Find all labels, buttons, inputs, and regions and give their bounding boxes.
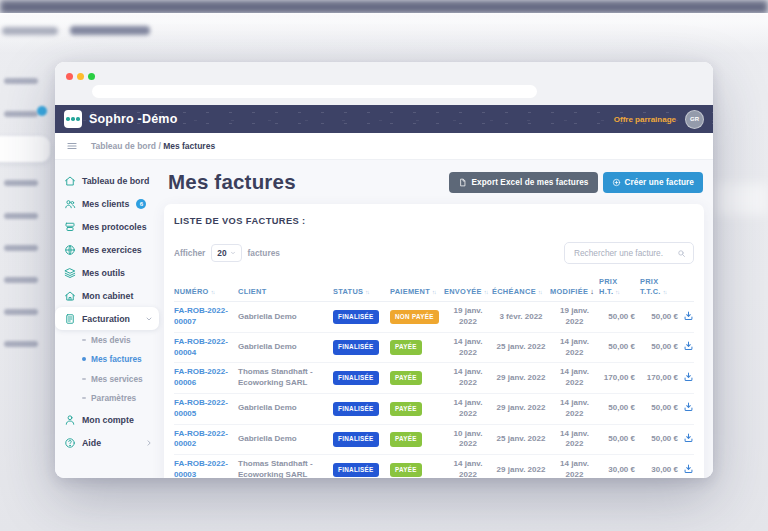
download-invoice-button[interactable] bbox=[683, 310, 694, 325]
document-icon bbox=[458, 178, 467, 187]
sort-icon[interactable]: ↑↓ bbox=[663, 289, 667, 295]
column-header-client[interactable]: CLIENT bbox=[238, 287, 333, 297]
sidebar-item-label: Mes protocoles bbox=[82, 222, 147, 232]
hamburger-menu-icon[interactable] bbox=[66, 140, 78, 152]
payment-badge: PAYÉE bbox=[390, 402, 422, 417]
download-invoice-button[interactable] bbox=[683, 340, 694, 355]
background-blurred-menu-item bbox=[4, 111, 38, 117]
background-blurred-breadcrumb bbox=[2, 27, 58, 35]
background-blurred-menu-item bbox=[4, 78, 38, 84]
sidebar-item-aide[interactable]: Aide bbox=[55, 431, 159, 454]
status-cell: FINALISÉE bbox=[333, 432, 390, 447]
due-date-cell: 29 janv. 2022 bbox=[492, 373, 550, 384]
download-invoice-button[interactable] bbox=[683, 401, 694, 416]
sidebar-item-mes-protocoles[interactable]: Mes protocoles bbox=[55, 215, 159, 238]
invoice-number-link[interactable]: FA-ROB-2022-00005 bbox=[174, 398, 238, 420]
invoice-number-link[interactable]: FA-ROB-2022-00006 bbox=[174, 367, 238, 389]
status-badge: FINALISÉE bbox=[333, 402, 379, 417]
status-cell: FINALISÉE bbox=[333, 371, 390, 386]
price-ttc-cell: 50,00 € bbox=[640, 434, 683, 445]
column-header-envoyee[interactable]: ENVOYÉE↑↓ bbox=[444, 287, 492, 297]
background-blurred-menu-item bbox=[4, 180, 38, 186]
background-blurred-band bbox=[0, 13, 768, 53]
column-header-numero[interactable]: NUMÉRO↑↓ bbox=[174, 287, 238, 297]
modified-date-cell: 14 janv. 2022 bbox=[550, 398, 599, 420]
sidebar-subitem-parametres[interactable]: Paramètres bbox=[55, 389, 159, 409]
bullet-icon bbox=[82, 339, 86, 341]
status-cell: FINALISÉE bbox=[333, 402, 390, 417]
sidebar-item-mes-exercices[interactable]: Mes exercices bbox=[55, 238, 159, 261]
sort-icon[interactable]: ↑↓ bbox=[432, 289, 436, 295]
search-input[interactable] bbox=[572, 247, 677, 259]
download-invoice-button[interactable] bbox=[683, 371, 694, 386]
sort-icon[interactable]: ↑↓ bbox=[365, 289, 369, 295]
price-ht-cell: 50,00 € bbox=[599, 403, 640, 414]
sort-icon[interactable]: ↑↓ bbox=[538, 289, 542, 295]
sort-icon[interactable]: ↑↓ bbox=[615, 289, 619, 295]
column-header-paiement[interactable]: PAIEMENT↑↓ bbox=[390, 287, 444, 297]
price-ht-cell: 50,00 € bbox=[599, 434, 640, 445]
layers-icon bbox=[64, 267, 76, 279]
column-label: ÉCHÉANCE bbox=[492, 287, 536, 296]
search-icon[interactable] bbox=[677, 249, 686, 258]
download-invoice-button[interactable] bbox=[683, 463, 694, 478]
create-invoice-button[interactable]: Créer une facture bbox=[603, 172, 704, 193]
download-icon bbox=[683, 371, 694, 382]
column-header-prix-h-t[interactable]: PRIX H.T.↑↓ bbox=[599, 277, 640, 296]
download-icon bbox=[683, 310, 694, 321]
download-icon bbox=[683, 340, 694, 351]
payment-cell: PAYÉE bbox=[390, 463, 444, 478]
modified-date-cell: 14 janv. 2022 bbox=[550, 429, 599, 451]
invoice-number-link[interactable]: FA-ROB-2022-00004 bbox=[174, 337, 238, 359]
minimize-window-button[interactable] bbox=[77, 73, 84, 80]
background-blurred-menu-item bbox=[4, 213, 38, 219]
payment-cell: PAYÉE bbox=[390, 432, 444, 447]
sidebar-item-mon-compte[interactable]: Mon compte bbox=[55, 408, 159, 431]
page-size-select[interactable]: 20 bbox=[211, 244, 241, 262]
maximize-window-button[interactable] bbox=[88, 73, 95, 80]
column-header-echeance[interactable]: ÉCHÉANCE↑↓ bbox=[492, 287, 550, 297]
plus-circle-icon bbox=[612, 178, 621, 187]
sidebar-item-mes-clients[interactable]: Mes clients6 bbox=[55, 192, 159, 215]
table-row: FA-ROB-2022-00002 Gabriella Demo FINALIS… bbox=[174, 425, 694, 456]
invoices-table: NUMÉRO↑↓CLIENTSTATUS↑↓PAIEMENT↑↓ENVOYÉE↑… bbox=[174, 277, 694, 478]
sidebar-subitem-mes-factures[interactable]: Mes factures bbox=[55, 350, 159, 370]
address-bar[interactable] bbox=[92, 85, 537, 98]
column-header-status[interactable]: STATUS↑↓ bbox=[333, 287, 390, 297]
background-blurred-menu-item bbox=[4, 309, 38, 315]
sidebar-subitem-mes-services[interactable]: Mes services bbox=[55, 369, 159, 389]
payment-cell: PAYÉE bbox=[390, 340, 444, 355]
price-ttc-cell: 50,00 € bbox=[640, 342, 683, 353]
close-window-button[interactable] bbox=[66, 73, 73, 80]
modified-date-cell: 14 janv. 2022 bbox=[550, 459, 599, 478]
sort-desc-icon[interactable]: ↓ bbox=[590, 287, 594, 296]
sort-icon[interactable]: ↑↓ bbox=[484, 289, 488, 295]
breadcrumb-parent[interactable]: Tableau de bord bbox=[91, 141, 156, 151]
invoice-number-link[interactable]: FA-ROB-2022-00007 bbox=[174, 306, 238, 328]
avatar[interactable]: GR bbox=[685, 110, 704, 129]
price-ttc-cell: 30,00 € bbox=[640, 465, 683, 476]
breadcrumb: Tableau de bord / Mes factures bbox=[91, 141, 215, 151]
sidebar-item-tableau-de-bord[interactable]: Tableau de bord bbox=[55, 169, 159, 192]
column-header-prix-t-t-c[interactable]: PRIX T.T.C.↑↓ bbox=[640, 277, 683, 296]
sidebar-item-mon-cabinet[interactable]: Mon cabinet bbox=[55, 284, 159, 307]
invoice-number-link[interactable]: FA-ROB-2022-00003 bbox=[174, 459, 238, 478]
column-label: ENVOYÉE bbox=[444, 287, 482, 296]
protocols-icon bbox=[64, 221, 76, 233]
offer-parrainage-link[interactable]: Offre parrainage bbox=[614, 115, 676, 124]
help-icon bbox=[64, 437, 76, 449]
notification-badge: 6 bbox=[136, 199, 146, 209]
invoice-number-link[interactable]: FA-ROB-2022-00002 bbox=[174, 429, 238, 451]
table-row: FA-ROB-2022-00003 Thomas Standhaft - Eco… bbox=[174, 455, 694, 478]
export-excel-button[interactable]: Export Excel de mes factures bbox=[449, 172, 597, 193]
app-logo-icon[interactable] bbox=[64, 110, 82, 128]
show-suffix-label: factures bbox=[248, 248, 280, 258]
column-label: NUMÉRO bbox=[174, 287, 209, 296]
sidebar-subitem-mes-devis[interactable]: Mes devis bbox=[55, 330, 159, 350]
sidebar-item-mes-outils[interactable]: Mes outils bbox=[55, 261, 159, 284]
sidebar-item-facturation[interactable]: Facturation bbox=[55, 307, 159, 330]
download-invoice-button[interactable] bbox=[683, 432, 694, 447]
sort-icon[interactable]: ↑↓ bbox=[211, 289, 215, 295]
background-blurred-breadcrumb bbox=[70, 26, 150, 35]
column-header-modifiee[interactable]: MODIFIÉE↓ bbox=[550, 287, 599, 297]
